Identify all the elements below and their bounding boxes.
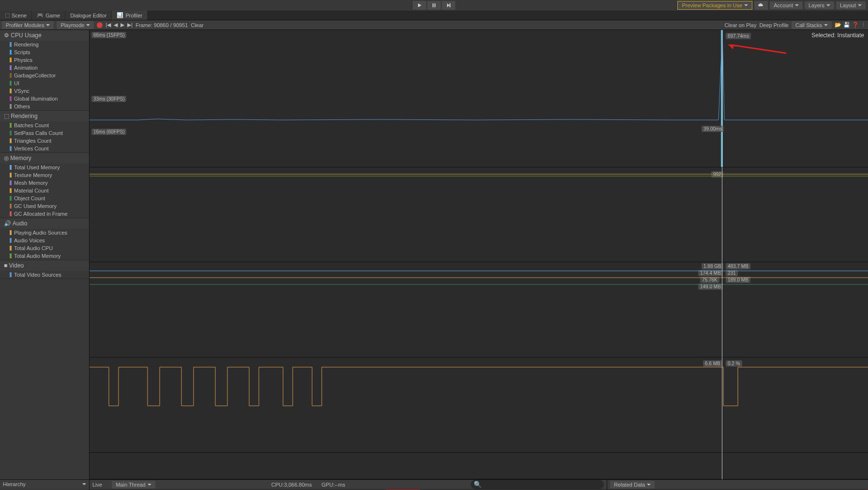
layers-dropdown[interactable]: Layers xyxy=(805,1,834,9)
thread-dropdown[interactable]: Main Thread xyxy=(112,481,155,489)
cpu-chart[interactable]: 66ms (15FPS) 33ms (30FPS) 16ms (60FPS) 6… xyxy=(90,30,868,167)
play-button[interactable] xyxy=(413,1,426,10)
module-item[interactable]: Playing Audio Sources xyxy=(0,229,89,237)
profiler-toolbar: Profiler Modules Playmode |◀ ◀ ▶ ▶| Fram… xyxy=(0,20,868,30)
pause-button[interactable] xyxy=(427,1,441,10)
menu-icon[interactable]: ⋮ xyxy=(861,22,866,28)
preview-packages-button[interactable]: Preview Packages in Use xyxy=(677,1,752,10)
window-tabs: ⬚ Scene 🎮 Game Dialogue Editor 📊 Profile… xyxy=(0,11,868,20)
tab-scene[interactable]: ⬚ Scene xyxy=(0,11,31,20)
profiler-charts[interactable]: 66ms (15FPS) 33ms (30FPS) 16ms (60FPS) 6… xyxy=(90,30,868,479)
playmode-dropdown[interactable]: Playmode xyxy=(57,21,94,29)
frame-last-button[interactable]: ▶| xyxy=(127,22,133,28)
cpu-33ms-label: 33ms (30FPS) xyxy=(91,96,126,102)
load-icon[interactable]: 📂 xyxy=(835,22,841,28)
save-icon[interactable]: 💾 xyxy=(843,22,850,28)
cpu-66ms-label: 66ms (15FPS) xyxy=(91,32,126,38)
cloud-icon[interactable] xyxy=(754,1,768,10)
module-item[interactable]: Global Illumination xyxy=(0,95,89,103)
help-icon[interactable]: ❓ xyxy=(852,22,859,28)
module-item[interactable]: Object Count xyxy=(0,194,89,202)
audio-chart[interactable]: 6.6 MB 0.2 % xyxy=(90,357,868,453)
cpu-16ms-label: 16ms (60FPS) xyxy=(91,129,126,135)
top-toolbar: Preview Packages in Use Account Layers L… xyxy=(0,0,868,11)
module-item[interactable]: GarbageCollector xyxy=(0,72,89,79)
module-item[interactable]: Total Used Memory xyxy=(0,163,89,171)
svg-rect-1 xyxy=(433,3,434,7)
module-item[interactable]: Batches Count xyxy=(0,121,89,129)
cpu-time-label: CPU:3,066.80ms xyxy=(271,482,312,488)
tab-dialogue-editor[interactable]: Dialogue Editor xyxy=(65,11,111,20)
profiler-sidebar: ⚙ CPU UsageRenderingScriptsPhysicsAnimat… xyxy=(0,30,90,479)
hierarchy-dropdown[interactable]: Hierarchy xyxy=(0,480,89,489)
module-item[interactable]: Total Video Sources xyxy=(0,271,89,279)
module-item[interactable]: SetPass Calls Count xyxy=(0,129,89,137)
clear-on-play-button[interactable]: Clear on Play xyxy=(724,22,756,28)
module-item[interactable]: Vertices Count xyxy=(0,145,89,152)
svg-rect-4 xyxy=(449,3,450,7)
tab-game[interactable]: 🎮 Game xyxy=(32,11,65,20)
module-item[interactable]: Triangles Count xyxy=(0,137,89,145)
frame-label: Frame: 90860 / 90951 xyxy=(135,22,188,28)
module-item[interactable]: Total Audio Memory xyxy=(0,252,89,260)
module-item[interactable]: Rendering xyxy=(0,41,89,48)
module-item[interactable]: Others xyxy=(0,103,89,110)
module-item[interactable]: GC Allocated in Frame xyxy=(0,210,89,218)
module-item[interactable]: Audio Voices xyxy=(0,237,89,244)
memory-chart[interactable]: 1.88 GB 483.7 MB 174.4 MB 231 75.76K 189… xyxy=(90,262,868,357)
module-rendering[interactable]: ⬚ Rendering xyxy=(0,111,89,121)
module-memory[interactable]: ◎ Memory xyxy=(0,153,89,163)
module-item[interactable]: Physics xyxy=(0,56,89,64)
frame-next-button[interactable]: ▶ xyxy=(120,22,124,28)
video-chart[interactable] xyxy=(90,453,868,479)
module-item[interactable]: GC Used Memory xyxy=(0,202,89,210)
frame-prev-button[interactable]: ◀ xyxy=(114,22,118,28)
clear-button[interactable]: Clear xyxy=(191,22,203,28)
gpu-time-label: GPU:--ms xyxy=(322,482,345,488)
playhead[interactable] xyxy=(722,30,722,479)
account-dropdown[interactable]: Account xyxy=(770,1,803,9)
module-video[interactable]: ■ Video xyxy=(0,260,89,271)
tab-profiler[interactable]: 📊 Profiler xyxy=(112,11,147,20)
record-icon[interactable] xyxy=(97,22,103,28)
svg-marker-3 xyxy=(447,3,449,7)
module-item[interactable]: Scripts xyxy=(0,48,89,56)
related-panel: Related Data Object Name Total GC Alloc … xyxy=(607,480,868,490)
bottom-panel: Hierarchy Live Main Thread CPU:3,066.80m… xyxy=(0,479,868,490)
profiler-modules-dropdown[interactable]: Profiler Modules xyxy=(2,21,54,29)
module-cpu[interactable]: ⚙ CPU Usage xyxy=(0,30,89,41)
step-button[interactable] xyxy=(442,1,455,10)
module-item[interactable]: VSync xyxy=(0,87,89,95)
module-item[interactable]: Animation xyxy=(0,64,89,72)
live-button[interactable]: Live xyxy=(92,482,102,488)
call-stacks-dropdown[interactable]: Call Stacks xyxy=(792,21,832,29)
frame-first-button[interactable]: |◀ xyxy=(105,22,111,28)
module-item[interactable]: Mesh Memory xyxy=(0,179,89,187)
deep-profile-button[interactable]: Deep Profile xyxy=(759,22,789,28)
related-data-dropdown[interactable]: Related Data xyxy=(610,481,655,489)
svg-marker-0 xyxy=(418,3,421,7)
svg-rect-2 xyxy=(434,3,435,7)
search-input[interactable] xyxy=(471,480,604,489)
layout-dropdown[interactable]: Layout xyxy=(836,1,866,9)
rendering-chart[interactable]: 992 xyxy=(90,167,868,263)
module-item[interactable]: Material Count xyxy=(0,187,89,194)
module-item[interactable]: Texture Memory xyxy=(0,171,89,179)
module-item[interactable]: Total Audio CPU xyxy=(0,244,89,252)
module-item[interactable]: UI xyxy=(0,79,89,87)
module-audio[interactable]: 🔊 Audio xyxy=(0,218,89,229)
